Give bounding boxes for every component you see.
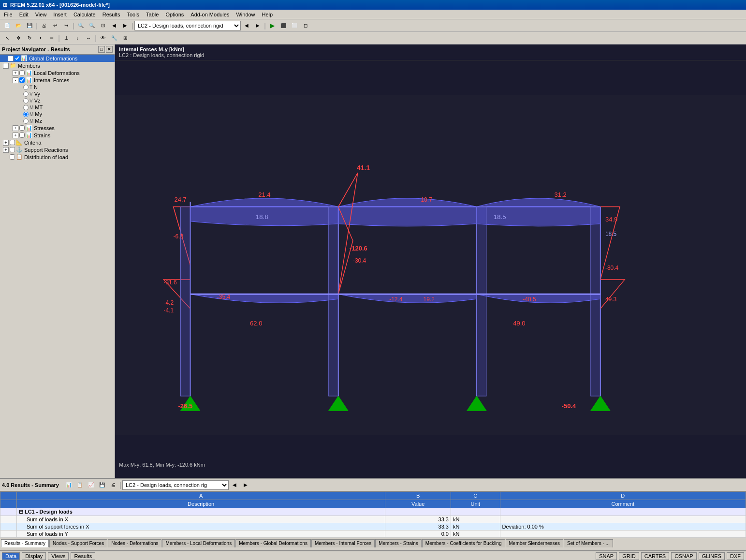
- checkbox-strains[interactable]: [19, 133, 25, 138]
- results-tb4[interactable]: 💾: [97, 480, 107, 490]
- results-load-case-dropdown[interactable]: LC2 - Design loads, connection rig: [122, 480, 229, 490]
- checkbox-internal-forces[interactable]: [19, 77, 25, 83]
- checkbox-global-def[interactable]: [15, 56, 20, 61]
- dim-btn[interactable]: ↔: [83, 33, 94, 44]
- radio-Vz[interactable]: [23, 98, 29, 103]
- tree-item-members[interactable]: - 📁 Members: [0, 62, 115, 69]
- menu-item-tools[interactable]: Tools: [124, 11, 142, 18]
- menu-item-calculate[interactable]: Calculate: [71, 11, 99, 18]
- radio-Mz[interactable]: [23, 118, 29, 124]
- tab-results-summary[interactable]: Results - Summary: [1, 539, 49, 547]
- expand-strains-icon[interactable]: +: [13, 133, 18, 138]
- tree-item-criteria[interactable]: + 📐 Criteria: [0, 139, 115, 146]
- tree-item-Mz[interactable]: M Mz: [22, 118, 115, 124]
- expand-criteria-icon[interactable]: +: [3, 140, 9, 146]
- tab-member-slender[interactable]: Member Slendernesses: [506, 539, 564, 547]
- menu-item-help[interactable]: Help: [259, 11, 276, 18]
- zoom-all-btn[interactable]: ⊡: [98, 20, 108, 31]
- radio-My[interactable]: [23, 112, 29, 117]
- menu-item-table[interactable]: Table: [143, 11, 161, 18]
- prev-case-btn[interactable]: ◀: [241, 20, 252, 31]
- render2-btn[interactable]: ⬜: [289, 20, 300, 31]
- status-glines[interactable]: GLINES: [699, 552, 725, 560]
- radio-MT[interactable]: [23, 105, 29, 110]
- grid-btn2[interactable]: ⊞: [120, 33, 131, 44]
- expand-intforces-icon[interactable]: -: [13, 77, 18, 83]
- menu-item-results[interactable]: Results: [100, 11, 123, 18]
- status-snap[interactable]: SNAP: [596, 552, 617, 560]
- tree-item-strains[interactable]: + 📊 Strains: [0, 132, 115, 139]
- open-btn[interactable]: 📂: [13, 20, 24, 31]
- tree-item-Vz[interactable]: V Vz: [22, 97, 115, 104]
- menu-item-window[interactable]: Window: [233, 11, 258, 18]
- zoom-out-btn[interactable]: 🔍: [87, 20, 97, 31]
- render-btn[interactable]: ⬛: [278, 20, 289, 31]
- beam-btn[interactable]: ━: [46, 33, 57, 44]
- tree-item-internal-forces[interactable]: - 📊 Internal Forces: [0, 76, 115, 84]
- tree-item-N[interactable]: T N: [22, 84, 115, 90]
- status-grid[interactable]: GRID: [619, 552, 639, 560]
- prev-results-btn[interactable]: ◀: [229, 480, 240, 490]
- expand-stresses-icon[interactable]: +: [13, 125, 18, 131]
- next-case-btn[interactable]: ▶: [252, 20, 263, 31]
- expand-support-icon[interactable]: +: [3, 147, 9, 153]
- menu-item-view[interactable]: View: [32, 11, 50, 18]
- tree-item-local-def[interactable]: + 📊 Local Deformations: [0, 69, 115, 76]
- results-tb1[interactable]: 📊: [63, 480, 74, 490]
- tab-nodes-deform[interactable]: Nodes - Deformations: [108, 539, 161, 547]
- status-tab-display[interactable]: Display: [22, 552, 46, 560]
- checkbox-stresses[interactable]: [19, 125, 25, 131]
- menu-item-insert[interactable]: Insert: [50, 11, 70, 18]
- menu-item-file[interactable]: File: [1, 11, 15, 18]
- menu-item-edit[interactable]: Edit: [16, 11, 31, 18]
- load-btn[interactable]: ↓: [72, 33, 83, 44]
- expand-icon[interactable]: +: [8, 56, 14, 61]
- status-tab-results[interactable]: Results: [71, 552, 95, 560]
- canvas-content[interactable]: 41.1 21.4 24.7 31.2 34.9 -6.3 10.7 18.8 …: [115, 60, 746, 470]
- zoom-next-btn[interactable]: ▶: [120, 20, 131, 31]
- status-cartes[interactable]: CARTES: [641, 552, 669, 560]
- display-btn[interactable]: 👁: [98, 33, 108, 44]
- close-sidebar-btn[interactable]: ✕: [106, 46, 113, 53]
- tree-item-Vy[interactable]: V Vy: [22, 90, 115, 97]
- menu-item-addon[interactable]: Add-on Modules: [188, 11, 232, 18]
- tab-members-local[interactable]: Members - Local Deformations: [162, 539, 235, 547]
- tab-members-global[interactable]: Members - Global Deformations: [235, 539, 311, 547]
- expand-members-icon[interactable]: -: [3, 63, 9, 69]
- tree-item-stresses[interactable]: + 📊 Stresses: [0, 124, 115, 132]
- snap-btn[interactable]: 🔧: [109, 33, 119, 44]
- expand-lc1-icon[interactable]: ⊟: [19, 509, 23, 515]
- select-btn[interactable]: ↖: [2, 33, 13, 44]
- zoom-prev-btn[interactable]: ◀: [109, 20, 119, 31]
- tab-nodes-support[interactable]: Nodes - Support Forces: [49, 539, 107, 547]
- run-btn[interactable]: ▶: [267, 20, 278, 31]
- float-btn[interactable]: □: [98, 46, 105, 53]
- checkbox-dist-load[interactable]: [10, 154, 15, 160]
- load-case-dropdown[interactable]: LC2 - Design loads, connection rigid: [134, 21, 241, 30]
- support-btn[interactable]: ⊥: [61, 33, 72, 44]
- tab-members-internal[interactable]: Members - Internal Forces: [311, 539, 375, 547]
- tab-set-members[interactable]: Set of Members - ...: [564, 539, 613, 547]
- radio-Vy[interactable]: [23, 91, 29, 97]
- status-dxf[interactable]: DXF: [727, 552, 744, 560]
- new-btn[interactable]: 📄: [2, 20, 13, 31]
- checkbox-local-def[interactable]: [19, 70, 25, 75]
- undo-btn[interactable]: ↩: [50, 20, 60, 31]
- tree-item-support-reactions[interactable]: + ⚓ Support Reactions: [0, 146, 115, 153]
- radio-N[interactable]: [23, 85, 29, 90]
- rotate-btn[interactable]: ↻: [24, 33, 35, 44]
- menu-item-options[interactable]: Options: [162, 11, 187, 18]
- status-osnap[interactable]: OSNAP: [671, 552, 697, 560]
- print-btn[interactable]: 🖨: [39, 20, 49, 31]
- status-tab-data[interactable]: Data: [2, 552, 20, 560]
- tab-members-strains[interactable]: Members - Strains: [375, 539, 422, 547]
- checkbox-criteria[interactable]: [10, 140, 15, 145]
- tree-item-MT[interactable]: M MT: [22, 104, 115, 111]
- expand-localdef-icon[interactable]: +: [13, 70, 18, 76]
- save-btn[interactable]: 💾: [24, 20, 35, 31]
- redo-btn[interactable]: ↪: [61, 20, 72, 31]
- tab-members-buckling[interactable]: Members - Coefficients for Buckling: [422, 539, 505, 547]
- move-btn[interactable]: ✥: [13, 33, 24, 44]
- next-results-btn[interactable]: ▶: [240, 480, 251, 490]
- zoom-in-btn[interactable]: 🔍: [75, 20, 86, 31]
